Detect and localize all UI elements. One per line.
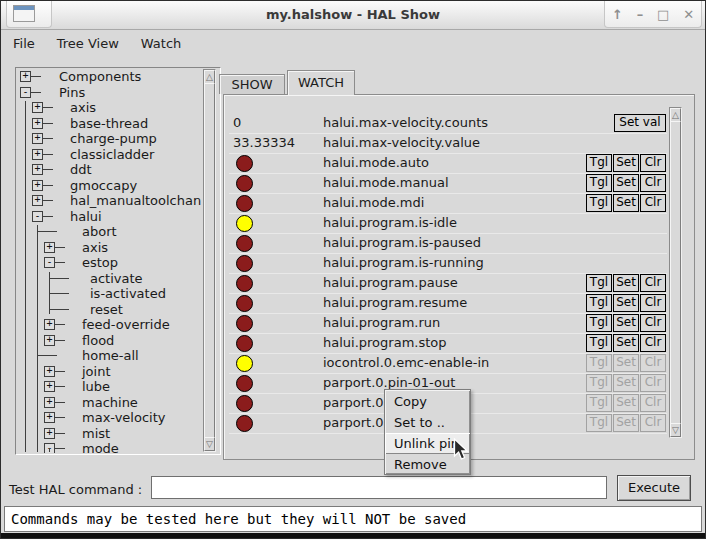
- expand-icon[interactable]: +: [32, 195, 43, 206]
- tree-item-machine[interactable]: +machine: [16, 395, 202, 410]
- title-bar[interactable]: my.halshow - HAL Show: [1, 1, 705, 30]
- clr-button[interactable]: Clr: [640, 194, 666, 212]
- tree-item-axis[interactable]: +axis: [16, 100, 202, 115]
- set-button[interactable]: Set: [613, 274, 639, 292]
- clr-button[interactable]: Clr: [640, 334, 666, 352]
- tree-item-ddt[interactable]: +ddt: [16, 162, 202, 177]
- tgl-button[interactable]: Tgl: [586, 314, 612, 332]
- watch-row[interactable]: halui.program.resumeTglSetClr: [223, 293, 695, 313]
- tree-item-classicladder[interactable]: +classicladder: [16, 147, 202, 162]
- set-button[interactable]: Set: [613, 294, 639, 312]
- clr-button[interactable]: Clr: [640, 174, 666, 192]
- execute-button[interactable]: Execute: [617, 475, 691, 501]
- tree-item-lube[interactable]: +lube: [16, 379, 202, 394]
- tree-item-max-velocity[interactable]: +max-velocity: [16, 410, 202, 425]
- tab-watch[interactable]: WATCH: [287, 70, 355, 95]
- scroll-up-icon[interactable]: △: [204, 70, 215, 84]
- tgl-button[interactable]: Tgl: [586, 194, 612, 212]
- expand-icon[interactable]: +: [32, 164, 43, 175]
- set-button[interactable]: Set: [613, 174, 639, 192]
- tree-item-activate[interactable]: activate: [16, 271, 202, 286]
- watch-row[interactable]: halui.program.is-idle: [223, 213, 695, 233]
- set-button[interactable]: Set: [613, 194, 639, 212]
- watch-row[interactable]: halui.program.stopTglSetClr: [223, 333, 695, 353]
- minimize-icon[interactable]: –: [637, 8, 644, 21]
- menu-watch[interactable]: Watch: [141, 34, 191, 53]
- expand-icon[interactable]: +: [44, 428, 55, 439]
- tree-item-reset[interactable]: reset: [16, 302, 202, 317]
- maximize-icon[interactable]: □: [657, 8, 669, 21]
- watch-row[interactable]: halui.program.is-paused: [223, 233, 695, 253]
- tree-item-flood[interactable]: +flood: [16, 333, 202, 348]
- expand-icon[interactable]: +: [44, 366, 55, 377]
- tab-show[interactable]: SHOW: [219, 74, 285, 94]
- clr-button[interactable]: Clr: [640, 294, 666, 312]
- watch-row[interactable]: 0halui.max-velocity.countsSet val: [223, 113, 695, 133]
- collapse-icon[interactable]: -: [32, 211, 43, 222]
- expand-icon[interactable]: +: [44, 381, 55, 392]
- menu-tree-view[interactable]: Tree View: [57, 34, 129, 53]
- tgl-button[interactable]: Tgl: [586, 274, 612, 292]
- expand-icon[interactable]: +: [20, 71, 31, 82]
- tree-item-mode[interactable]: -mode: [16, 441, 202, 453]
- expand-icon[interactable]: +: [32, 118, 43, 129]
- scroll-down-icon[interactable]: ▽: [204, 437, 215, 451]
- tree-item-feed-override[interactable]: +feed-override: [16, 317, 202, 332]
- expand-icon[interactable]: +: [44, 412, 55, 423]
- close-icon[interactable]: ✕: [683, 8, 694, 21]
- tree-item-joint[interactable]: +joint: [16, 364, 202, 379]
- expand-icon[interactable]: +: [44, 242, 55, 253]
- tree-item-home-all[interactable]: home-all: [16, 348, 202, 363]
- tree-scrollbar-thumb[interactable]: [204, 83, 215, 439]
- set-val-button[interactable]: Set val: [614, 114, 666, 132]
- expand-icon[interactable]: +: [32, 149, 43, 160]
- tree-item-halui[interactable]: -halui: [16, 209, 202, 224]
- tree-item-Components[interactable]: +Components: [16, 69, 202, 84]
- tree-item-base-thread[interactable]: +base-thread: [16, 116, 202, 131]
- tree-item-gmoccapy[interactable]: +gmoccapy: [16, 178, 202, 193]
- tgl-button[interactable]: Tgl: [586, 294, 612, 312]
- menu-item-copy[interactable]: Copy: [385, 391, 470, 412]
- window-icon-plate[interactable]: [6, 1, 52, 28]
- watch-row[interactable]: halui.mode.autoTglSetClr: [223, 153, 695, 173]
- tree-item-is-activated[interactable]: is-activated: [16, 286, 202, 301]
- set-button[interactable]: Set: [613, 154, 639, 172]
- set-button[interactable]: Set: [613, 334, 639, 352]
- clr-button[interactable]: Clr: [640, 274, 666, 292]
- watch-row[interactable]: halui.program.is-running: [223, 253, 695, 273]
- set-button[interactable]: Set: [613, 314, 639, 332]
- watch-row[interactable]: iocontrol.0.emc-enable-inTglSetClr: [223, 353, 695, 373]
- hal-command-input[interactable]: [151, 476, 607, 499]
- watch-row[interactable]: halui.mode.manualTglSetClr: [223, 173, 695, 193]
- tgl-button[interactable]: Tgl: [586, 154, 612, 172]
- menu-item-set-to[interactable]: Set to ..: [385, 412, 470, 433]
- collapse-icon[interactable]: -: [44, 257, 55, 268]
- collapse-icon[interactable]: -: [20, 87, 31, 98]
- tgl-button[interactable]: Tgl: [586, 334, 612, 352]
- expand-icon[interactable]: +: [32, 180, 43, 191]
- expand-icon[interactable]: +: [44, 335, 55, 346]
- expand-icon[interactable]: +: [44, 319, 55, 330]
- component-tree[interactable]: +Components-Pins+axis+base-thread+charge…: [16, 68, 202, 453]
- tree-item-abort[interactable]: abort: [16, 224, 202, 239]
- tgl-button[interactable]: Tgl: [586, 174, 612, 192]
- watch-row[interactable]: 33.33334halui.max-velocity.value: [223, 133, 695, 153]
- tree-item-hal_manualtoolchan[interactable]: +hal_manualtoolchan: [16, 193, 202, 208]
- watch-row[interactable]: halui.program.pauseTglSetClr: [223, 273, 695, 293]
- watch-row[interactable]: halui.program.runTglSetClr: [223, 313, 695, 333]
- tree-connector: [55, 247, 65, 248]
- shade-icon[interactable]: ↑: [612, 8, 623, 21]
- watch-row[interactable]: halui.mode.mdiTglSetClr: [223, 193, 695, 213]
- tree-item-mist[interactable]: +mist: [16, 426, 202, 441]
- expand-icon[interactable]: +: [32, 133, 43, 144]
- tree-item-Pins[interactable]: -Pins: [16, 85, 202, 100]
- clr-button[interactable]: Clr: [640, 314, 666, 332]
- tree-item-charge-pump[interactable]: +charge-pump: [16, 131, 202, 146]
- expand-icon[interactable]: +: [32, 102, 43, 113]
- menu-file[interactable]: File: [13, 34, 45, 53]
- tree-scrollbar[interactable]: △ ▽: [203, 69, 216, 452]
- clr-button[interactable]: Clr: [640, 154, 666, 172]
- tree-item-axis[interactable]: +axis: [16, 240, 202, 255]
- expand-icon[interactable]: +: [44, 397, 55, 408]
- tree-item-estop[interactable]: -estop: [16, 255, 202, 270]
